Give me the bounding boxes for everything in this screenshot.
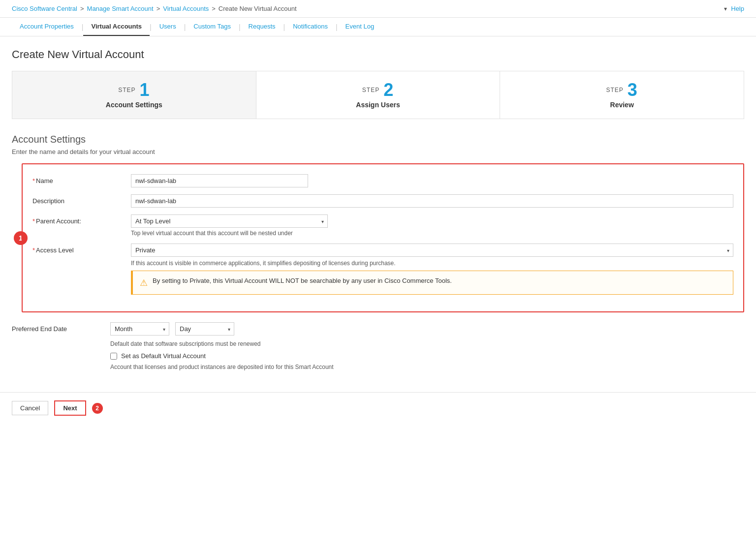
description-row: Description: [32, 194, 733, 208]
step-1-name: Account Settings: [106, 101, 162, 109]
access-level-select-wrap: Private Public ▾: [131, 244, 733, 257]
access-level-row: *Access Level Private Public ▾ If this a…: [32, 244, 733, 295]
date-hint: Default date that software subscriptions…: [110, 340, 744, 347]
step-1: STEP 1 Account Settings: [12, 71, 256, 119]
access-level-select[interactable]: Private Public: [131, 244, 733, 257]
date-selects: Month January February March April May J…: [110, 322, 744, 336]
breadcrumb-virtual-accounts[interactable]: Virtual Accounts: [163, 5, 209, 12]
next-step-badge: 2: [92, 403, 103, 414]
preferred-end-date-control: Month January February March April May J…: [110, 322, 744, 370]
step-3-number: 3: [628, 81, 638, 99]
next-button[interactable]: Next: [54, 400, 86, 416]
page-title: Create New Virtual Account: [12, 48, 744, 61]
description-label: Description: [32, 194, 131, 205]
steps-container: STEP 1 Account Settings STEP 2 Assign Us…: [12, 71, 744, 119]
breadcrumb: Cisco Software Central > Manage Smart Ac…: [12, 5, 297, 12]
preferred-end-date-row: Preferred End Date Month January Februar…: [12, 322, 744, 370]
access-level-wrap: Private Public ▾ If this account is visi…: [131, 244, 733, 295]
parent-account-select[interactable]: At Top Level: [131, 214, 328, 228]
default-account-hint: Account that licenses and product instan…: [110, 364, 744, 370]
main-content: Create New Virtual Account STEP 1 Accoun…: [0, 36, 756, 392]
step-2-name: Assign Users: [356, 101, 400, 109]
breadcrumb-manage-smart-account[interactable]: Manage Smart Account: [87, 5, 154, 12]
step-2-number: 2: [383, 81, 394, 99]
step-3-name: Review: [610, 101, 634, 109]
warning-text: By setting to Private, this Virtual Acco…: [153, 277, 452, 284]
step-3-label: STEP: [606, 87, 623, 93]
preferred-end-date-label: Preferred End Date: [12, 322, 110, 333]
access-level-label: *Access Level: [32, 244, 131, 254]
step-1-label: STEP: [118, 87, 135, 93]
nav-tabs: Account Properties | Virtual Accounts | …: [0, 18, 756, 36]
account-settings-form: *Name Description *Parent Account:: [22, 163, 744, 312]
tab-custom-tags[interactable]: Custom Tags: [186, 18, 239, 36]
parent-account-row: *Parent Account: At Top Level ▾ Top leve…: [32, 214, 733, 237]
name-label: *Name: [32, 174, 131, 184]
parent-account-hint: Top level virtual account that this acco…: [131, 230, 733, 237]
top-bar: Cisco Software Central > Manage Smart Ac…: [0, 0, 756, 18]
name-input[interactable]: [131, 174, 308, 187]
step-2: STEP 2 Assign Users: [256, 71, 501, 119]
default-account-checkbox-row: Set as Default Virtual Account: [110, 352, 744, 360]
month-select[interactable]: Month January February March April May J…: [110, 322, 169, 336]
description-input-wrap: [131, 194, 733, 208]
day-select[interactable]: Day 12345 678910 1112131415 1617181920 2…: [175, 322, 234, 336]
account-settings-title: Account Settings: [12, 134, 744, 145]
step-3: STEP 3 Review: [500, 71, 744, 119]
preferred-end-date-section: Preferred End Date Month January Februar…: [12, 322, 744, 370]
access-level-hint: If this account is visible in commerce a…: [131, 260, 733, 267]
footer-bar: Cancel Next 2: [0, 392, 756, 424]
day-select-wrap: Day 12345 678910 1112131415 1617181920 2…: [175, 322, 234, 336]
private-warning-box: ⚠ By setting to Private, this Virtual Ac…: [131, 271, 733, 295]
default-account-checkbox[interactable]: [110, 353, 117, 360]
breadcrumb-current: Create New Virtual Account: [219, 5, 297, 12]
chevron-down-icon: ▾: [724, 5, 727, 12]
tab-notifications[interactable]: Notifications: [285, 18, 336, 36]
tab-account-properties[interactable]: Account Properties: [12, 18, 82, 36]
step-2-label: STEP: [362, 87, 379, 93]
warning-triangle-icon: ⚠: [140, 277, 148, 288]
top-bar-right: ▾ Help: [724, 5, 744, 12]
default-account-checkbox-label: Set as Default Virtual Account: [121, 352, 206, 360]
name-row: *Name: [32, 174, 733, 187]
breadcrumb-cisco-software-central[interactable]: Cisco Software Central: [12, 5, 77, 12]
parent-account-wrap: At Top Level ▾ Top level virtual account…: [131, 214, 733, 237]
name-input-wrap: [131, 174, 733, 187]
account-settings-desc: Enter the name and details for your virt…: [12, 148, 744, 155]
tab-users[interactable]: Users: [152, 18, 184, 36]
parent-account-label: *Parent Account:: [32, 214, 131, 225]
tab-event-log[interactable]: Event Log: [338, 18, 382, 36]
tab-requests[interactable]: Requests: [241, 18, 284, 36]
tab-virtual-accounts[interactable]: Virtual Accounts: [83, 18, 150, 36]
description-input[interactable]: [131, 194, 733, 208]
month-select-wrap: Month January February March April May J…: [110, 322, 169, 336]
step-1-number: 1: [139, 81, 150, 99]
help-link[interactable]: Help: [731, 5, 744, 12]
cancel-button[interactable]: Cancel: [12, 401, 48, 415]
parent-account-select-wrap: At Top Level ▾: [131, 214, 328, 228]
